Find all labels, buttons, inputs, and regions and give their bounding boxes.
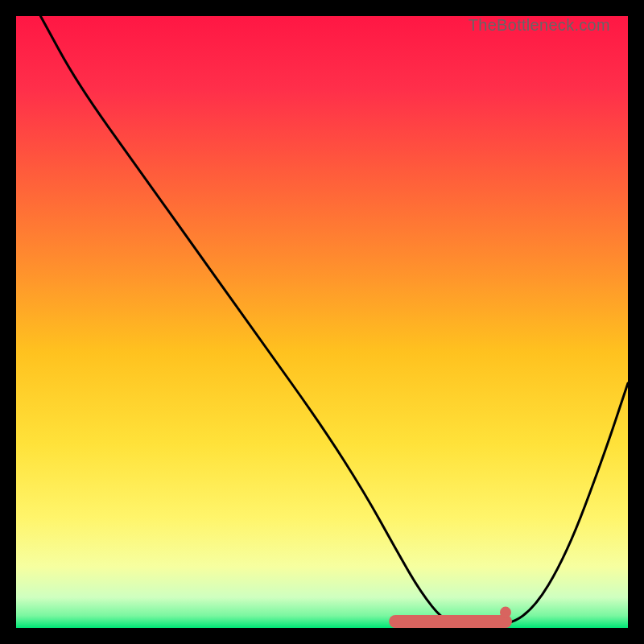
chart-frame: TheBottleneck.com	[16, 16, 628, 628]
bottleneck-chart	[16, 16, 628, 628]
sweet-spot-dot	[500, 607, 511, 618]
watermark-text: TheBottleneck.com	[469, 16, 610, 35]
gradient-background	[16, 16, 628, 628]
